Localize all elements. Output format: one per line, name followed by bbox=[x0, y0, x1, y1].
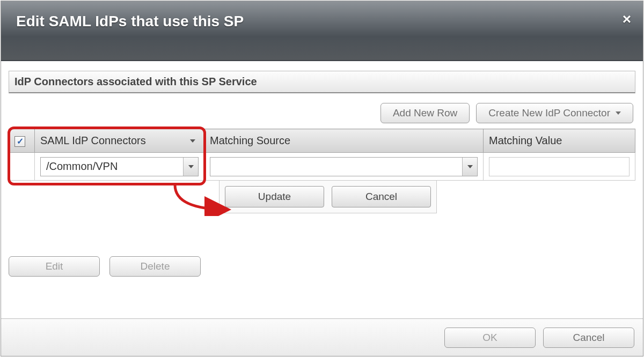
add-new-row-label: Add New Row bbox=[393, 107, 457, 119]
idp-connector-dropdown-button[interactable] bbox=[183, 158, 198, 176]
cancel-button-label: Cancel bbox=[573, 332, 604, 344]
cancel-row-button[interactable]: Cancel bbox=[332, 186, 431, 207]
dialog-content: IdP Connectors associated with this SP S… bbox=[1, 61, 643, 318]
column-header-matching-value[interactable]: Matching Value bbox=[484, 129, 635, 153]
grid: SAML IdP Connectors Matching Source Matc… bbox=[9, 129, 635, 213]
row-checkbox-cell bbox=[9, 153, 35, 181]
idp-connector-select[interactable]: /Common/VPN bbox=[40, 157, 199, 176]
create-new-idp-connector-button[interactable]: Create New IdP Connector bbox=[476, 103, 633, 123]
add-new-row-button[interactable]: Add New Row bbox=[380, 103, 470, 123]
dialog: Edit SAML IdPs that use this SP × IdP Co… bbox=[1, 1, 643, 356]
bottom-toolbar: Edit Delete bbox=[9, 256, 635, 277]
row-matching-value-cell bbox=[484, 153, 635, 181]
column-header-matching-source-label: Matching Source bbox=[210, 135, 290, 146]
checkbox-header bbox=[9, 129, 35, 153]
update-button[interactable]: Update bbox=[225, 186, 324, 207]
column-header-matching-source[interactable]: Matching Source bbox=[204, 129, 484, 153]
matching-source-dropdown-button[interactable] bbox=[462, 158, 477, 176]
chevron-down-icon bbox=[616, 111, 621, 115]
column-header-connectors-label: SAML IdP Connectors bbox=[40, 135, 146, 147]
row-matching-source-cell bbox=[204, 153, 484, 181]
dialog-footer: OK Cancel bbox=[1, 318, 643, 356]
delete-button-label: Delete bbox=[141, 261, 170, 272]
select-all-checkbox[interactable] bbox=[14, 136, 25, 147]
column-header-matching-value-label: Matching Value bbox=[489, 135, 562, 146]
chevron-down-icon bbox=[188, 165, 194, 168]
table-row: /Common/VPN bbox=[9, 153, 635, 181]
edit-button-label: Edit bbox=[46, 261, 63, 272]
cancel-button[interactable]: Cancel bbox=[543, 328, 634, 348]
create-new-idp-connector-label: Create New IdP Connector bbox=[488, 107, 610, 119]
column-header-connectors[interactable]: SAML IdP Connectors bbox=[35, 129, 204, 153]
ok-button[interactable]: OK bbox=[444, 328, 536, 348]
matching-value-input[interactable] bbox=[489, 157, 630, 176]
row-connector-cell: /Common/VPN bbox=[35, 153, 204, 181]
matching-source-select[interactable] bbox=[210, 157, 478, 176]
panel-title: IdP Connectors associated with this SP S… bbox=[9, 71, 635, 93]
chevron-down-icon bbox=[467, 165, 473, 168]
edit-button[interactable]: Edit bbox=[9, 256, 100, 277]
toolbar: Add New Row Create New IdP Connector bbox=[9, 103, 635, 123]
dialog-title: Edit SAML IdPs that use this SP bbox=[16, 13, 244, 30]
delete-button[interactable]: Delete bbox=[109, 256, 201, 277]
grid-header-row: SAML IdP Connectors Matching Source Matc… bbox=[9, 129, 635, 153]
close-icon[interactable]: × bbox=[623, 11, 631, 28]
ok-button-label: OK bbox=[482, 332, 497, 344]
idp-connector-value: /Common/VPN bbox=[41, 160, 183, 173]
chevron-down-icon bbox=[190, 139, 195, 143]
row-actions: Update Cancel bbox=[219, 181, 437, 213]
dialog-titlebar: Edit SAML IdPs that use this SP × bbox=[1, 1, 643, 61]
